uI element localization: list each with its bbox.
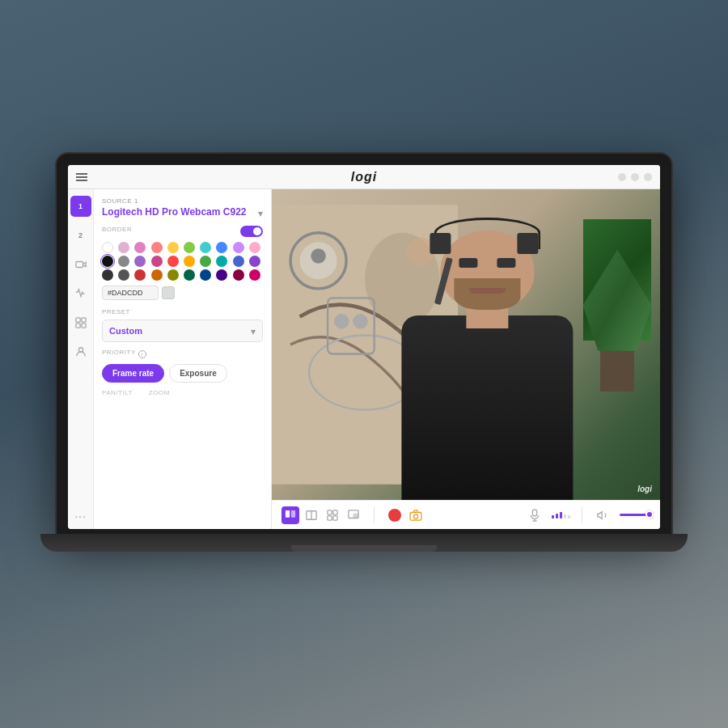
audio-bar2 bbox=[556, 514, 558, 518]
svg-rect-21 bbox=[328, 510, 332, 514]
color-swatch-dark-blue[interactable] bbox=[200, 269, 211, 281]
color-swatch-magenta[interactable] bbox=[249, 269, 260, 281]
color-swatch-blue[interactable] bbox=[233, 256, 244, 267]
priority-info-icon[interactable]: i bbox=[138, 350, 146, 358]
volume-icon bbox=[597, 510, 608, 521]
audio-icon bbox=[75, 288, 87, 299]
svg-rect-3 bbox=[81, 318, 85, 322]
priority-label: PRIORITY bbox=[102, 349, 136, 356]
svg-rect-0 bbox=[75, 262, 83, 268]
video-scene: logi bbox=[272, 189, 660, 500]
color-swatch-dark1[interactable] bbox=[102, 269, 113, 281]
person-right-eye bbox=[497, 258, 515, 268]
audio-bars bbox=[552, 512, 570, 518]
pan-tilt-label: PAN/TILT bbox=[102, 389, 133, 396]
sidebar-item-source2[interactable]: 2 bbox=[70, 225, 91, 246]
left-panel: SOURCE 1 Logitech HD Pro Webcam C922 ▾ B… bbox=[94, 189, 272, 529]
person-left-eye bbox=[459, 258, 478, 268]
color-swatch-green[interactable] bbox=[200, 256, 211, 267]
priority-label-row: PRIORITY i bbox=[102, 349, 263, 360]
grid-view-button[interactable] bbox=[324, 506, 341, 524]
sidebar-item-source1[interactable]: 1 bbox=[70, 196, 91, 217]
volume-button[interactable] bbox=[594, 506, 612, 524]
svg-rect-5 bbox=[81, 324, 85, 328]
source-chevron-icon[interactable]: ▾ bbox=[258, 208, 263, 219]
preset-value: Custom bbox=[109, 326, 142, 336]
grid-icon bbox=[327, 510, 338, 521]
hex-row bbox=[102, 286, 263, 300]
color-swatch-6[interactable] bbox=[200, 242, 211, 253]
color-swatch-7[interactable] bbox=[216, 242, 227, 253]
svg-point-28 bbox=[413, 514, 417, 518]
color-swatch-teal[interactable] bbox=[216, 256, 227, 267]
mic-button[interactable] bbox=[526, 506, 544, 524]
more-dots-label: ··· bbox=[74, 510, 87, 523]
menu-button[interactable] bbox=[76, 173, 87, 181]
app-logo: logi bbox=[351, 170, 377, 184]
audio-level-control[interactable] bbox=[552, 512, 570, 518]
priority-buttons: Frame rate Exposure bbox=[102, 364, 263, 383]
color-swatch-3[interactable] bbox=[151, 242, 163, 253]
snapshot-button[interactable] bbox=[407, 506, 425, 524]
app-window: logi 1 2 bbox=[68, 165, 660, 529]
border-label: BORDER bbox=[102, 226, 132, 233]
sidebar-item-camera[interactable] bbox=[70, 254, 91, 275]
color-swatch-red[interactable] bbox=[167, 256, 179, 267]
split-view-button[interactable] bbox=[303, 506, 320, 524]
color-swatch-violet[interactable] bbox=[249, 256, 260, 267]
border-section: BORDER bbox=[102, 226, 263, 308]
color-swatch-dark-pink[interactable] bbox=[233, 269, 244, 281]
color-swatch-white[interactable] bbox=[102, 242, 113, 253]
pip-button[interactable] bbox=[345, 506, 362, 524]
color-swatch-dark-red[interactable] bbox=[134, 269, 146, 281]
color-swatch-5[interactable] bbox=[184, 242, 195, 253]
minimize-button[interactable] bbox=[618, 173, 626, 181]
preset-dropdown[interactable]: Custom ▾ bbox=[102, 320, 263, 342]
source-info: SOURCE 1 Logitech HD Pro Webcam C922 ▾ bbox=[102, 197, 263, 226]
layout-icon bbox=[75, 317, 87, 328]
hamburger-icon[interactable] bbox=[76, 173, 87, 181]
svg-rect-22 bbox=[333, 510, 337, 514]
color-swatch-2[interactable] bbox=[134, 242, 146, 253]
color-swatch-9[interactable] bbox=[249, 242, 260, 253]
color-swatch-dark2[interactable] bbox=[118, 269, 129, 281]
preset-chevron-icon: ▾ bbox=[251, 326, 256, 337]
plant-area bbox=[574, 189, 660, 392]
volume-slider-control[interactable] bbox=[620, 514, 650, 516]
color-swatch-dark-orange[interactable] bbox=[151, 269, 163, 281]
color-swatch-gray[interactable] bbox=[118, 256, 129, 267]
color-swatch-pink[interactable] bbox=[151, 256, 163, 267]
color-swatch-purple[interactable] bbox=[134, 256, 146, 267]
color-swatch-4[interactable] bbox=[167, 242, 179, 253]
color-swatch-dark-green[interactable] bbox=[184, 269, 195, 281]
color-swatch-black[interactable] bbox=[102, 256, 113, 267]
sidebar-more[interactable]: ··· bbox=[74, 510, 87, 523]
framerate-button[interactable]: Frame rate bbox=[102, 364, 164, 383]
sidebar-item-audio[interactable] bbox=[70, 283, 91, 304]
color-swatch-8[interactable] bbox=[233, 242, 244, 253]
person-container bbox=[380, 236, 594, 500]
color-swatch-1[interactable] bbox=[118, 242, 129, 253]
record-button[interactable] bbox=[386, 506, 404, 524]
sidebar-item-person[interactable] bbox=[70, 341, 91, 362]
fullscreen-icon bbox=[285, 510, 296, 521]
border-toggle[interactable] bbox=[240, 226, 263, 237]
sidebar-item-layout[interactable] bbox=[70, 312, 91, 333]
color-swatch-olive[interactable] bbox=[167, 269, 179, 281]
hex-color-preview bbox=[162, 286, 175, 299]
color-swatch-dark-purple[interactable] bbox=[216, 269, 227, 281]
hex-input[interactable] bbox=[102, 286, 159, 300]
app-body: 1 2 bbox=[68, 189, 660, 529]
ptz-row: PAN/TILT ZOOM bbox=[102, 389, 263, 396]
audio-bar1 bbox=[552, 515, 554, 518]
color-swatch-orange[interactable] bbox=[184, 256, 195, 267]
preset-label: PRESET bbox=[102, 308, 263, 315]
fullscreen-button[interactable] bbox=[281, 506, 299, 524]
zoom-label: ZOOM bbox=[149, 389, 170, 396]
close-button[interactable] bbox=[644, 173, 652, 181]
svg-rect-23 bbox=[328, 515, 332, 519]
maximize-button[interactable] bbox=[631, 173, 639, 181]
exposure-button[interactable]: Exposure bbox=[169, 364, 227, 383]
controls-divider1 bbox=[374, 507, 375, 523]
person-icon bbox=[75, 346, 87, 358]
